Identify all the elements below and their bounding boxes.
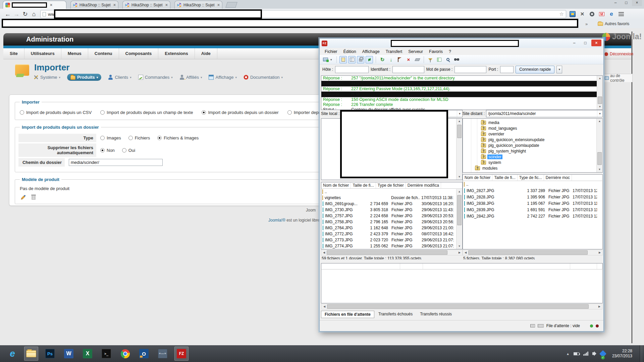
remote-tree-item[interactable]: ? modules [463,165,602,171]
scrollbar-thumb[interactable] [597,152,602,165]
scroll-down-icon[interactable]: ▼ [597,167,602,172]
taskbar-chrome-icon[interactable] [118,347,132,361]
remote-tree-item[interactable]: ? plg_system_highlight [463,148,602,154]
file-row[interactable]: vignettes Dossier de fich... 17/07/2013 … [321,195,462,201]
joomla-menu-item[interactable]: Contenu [88,48,119,59]
search-icon[interactable] [444,56,451,63]
scroll-right-icon[interactable]: ▶ [457,251,462,254]
joomla-menu-item[interactable]: Extensions [158,48,195,59]
radio-button[interactable] [100,110,105,115]
reload-button[interactable]: ↻ [21,10,30,18]
remote-tree-item[interactable]: ? media [463,120,602,125]
scroll-up-icon[interactable]: ▲ [597,76,603,81]
column-header[interactable]: Type de fic... [518,175,544,181]
file-row[interactable]: IMG_2827.JPG 1 337 289 Fichier JPG 17/07… [463,187,602,194]
user-input[interactable] [392,66,424,73]
file-row[interactable]: IMG_2773.JPG 2 023 720 Fichier JPG 29/06… [321,237,462,243]
file-row[interactable]: IMG_2730.JPG 3 805 318 Fichier JPG 29/06… [321,207,462,213]
taskbar-photoshop-icon[interactable]: Ps [43,347,57,361]
remote-tree-item[interactable]: ? system [463,160,602,165]
remote-hscrollbar[interactable]: ◀ ▶ [463,250,603,255]
file-row[interactable]: IMG_2764.JPG 1 162 648 Fichier JPG 29/06… [321,225,462,231]
fz-menu-item[interactable]: Édition [340,49,359,54]
scroll-down-icon[interactable]: ▼ [457,244,462,249]
show-desktop-button[interactable] [640,345,643,362]
battery-icon[interactable] [574,352,579,355]
devtools-extension-icon[interactable]: ✕ [579,11,585,17]
bookmark-star-icon[interactable]: ☆ [559,11,564,17]
delete-option[interactable]: Non [100,148,115,153]
taskbar-ie-icon[interactable]: e [5,347,19,361]
bookmarks-overflow-chevron[interactable]: » [585,21,588,26]
joomla-menu-item[interactable]: Aide [195,48,217,59]
radio-button[interactable] [128,136,133,140]
file-row[interactable]: IMG_2838.JPG 1 195 067 Fichier JPG 17/07… [463,200,602,206]
toggle-queue-icon[interactable] [366,56,373,63]
control-panel-tab-fragment[interactable]: au de contrôle [603,74,633,82]
browser-tab[interactable]: HikaShop :: Sujet : Fichier × [122,1,170,9]
tab-close-icon[interactable]: × [113,3,116,7]
delete-option[interactable]: Oui [122,148,135,153]
taskbar-outlook-icon[interactable]: O [137,347,151,361]
hikashop-menu-item[interactable]: Affichage ▾ [209,75,237,80]
tab-close-icon[interactable]: × [217,3,220,7]
local-tree-scrollbar[interactable]: ▲ ▼ [456,119,462,180]
joomla-menu-item[interactable]: Site [3,48,24,59]
dropbox-icon[interactable] [599,350,606,357]
password-input[interactable] [454,66,486,73]
radio-button[interactable] [100,136,105,140]
remote-tree-item[interactable]: ? overrider [463,131,602,137]
scrollbar-thumb[interactable] [327,250,447,255]
remote-site-combo[interactable]: /joomla2011/media/scinder▾ [486,110,603,117]
scrollbar-thumb[interactable] [468,250,588,255]
edit-pencil-icon[interactable] [20,194,26,200]
browser-menu-icon[interactable] [618,11,624,17]
radio-button[interactable] [202,110,206,115]
network-signal-icon[interactable] [583,352,588,356]
file-row[interactable]: IMG_2839.JPG 1 691 591 Fichier JPG 17/07… [463,206,602,213]
remote-tree-scrollbar[interactable]: ▲ ▼ [596,119,602,172]
import-source-option[interactable]: Import de produits depuis un dossier [202,110,278,115]
browser-minimize-button[interactable]: – [610,0,621,6]
volume-icon[interactable] [592,352,594,355]
new-tab-button[interactable] [225,2,237,8]
remote-tree-item[interactable]: ? plg_quickicon_joomlaupdate [463,142,602,148]
hikashop-menu-item[interactable]: Système ▾ [34,75,60,80]
scroll-left-icon[interactable]: ◀ [321,251,327,254]
column-header[interactable]: Type de fichier [376,182,406,188]
filezilla-titlebar[interactable]: FZ – □ × [320,39,603,48]
hikashop-menu-item[interactable]: Commandes ▾ [138,75,173,80]
scrollbar-thumb[interactable] [327,304,589,309]
radio-button[interactable] [100,148,105,153]
hikashop-menu-item[interactable]: Clients ▾ [108,75,131,80]
filter-icon[interactable] [427,56,434,63]
scroll-up-icon[interactable]: ▲ [457,189,462,194]
browser-tab-joomla[interactable]: × [3,1,66,9]
taskbar-clock[interactable]: 22:28 23/07/2013 [612,349,632,359]
forward-button[interactable]: → [12,11,21,18]
file-row[interactable]: .. [321,189,462,195]
file-row[interactable]: IMG_2691group... 2 734 659 Fichier JPG 3… [321,201,462,207]
url-bar[interactable]: www ☆ [40,10,566,18]
scroll-right-icon[interactable]: ▶ [597,251,602,254]
logout-button[interactable]: Déconnexion [604,52,633,56]
hikashop-menu-item[interactable]: Produits ▾ [67,74,101,81]
fz-menu-item[interactable]: ? [446,49,454,54]
queue-col-local[interactable] [321,263,400,269]
scrollbar-thumb[interactable] [598,97,602,104]
file-row[interactable]: .. [463,181,602,187]
joomla-menu-item[interactable]: Composants [119,48,159,59]
file-row[interactable]: IMG_2828.JPG 1 395 906 Fichier JPG 17/07… [463,194,602,200]
cancel-operation-icon[interactable]: × [405,56,412,63]
port-input[interactable] [500,66,514,73]
joomla-menu-item[interactable]: Menus [61,48,88,59]
host-input[interactable] [335,66,369,73]
evernote-extension-icon[interactable]: e [608,11,614,17]
fz-menu-item[interactable]: Fichier [322,49,340,54]
home-button[interactable]: ⌂ [30,11,38,18]
taskbar-calculator-icon[interactable]: =—= [156,347,170,361]
type-option[interactable]: Images [100,135,121,140]
joomla-link[interactable]: Joomla!® [268,218,285,223]
queue-tab[interactable]: Transferts réussis [417,311,455,318]
local-hscrollbar[interactable]: ◀ ▶ [321,250,463,255]
